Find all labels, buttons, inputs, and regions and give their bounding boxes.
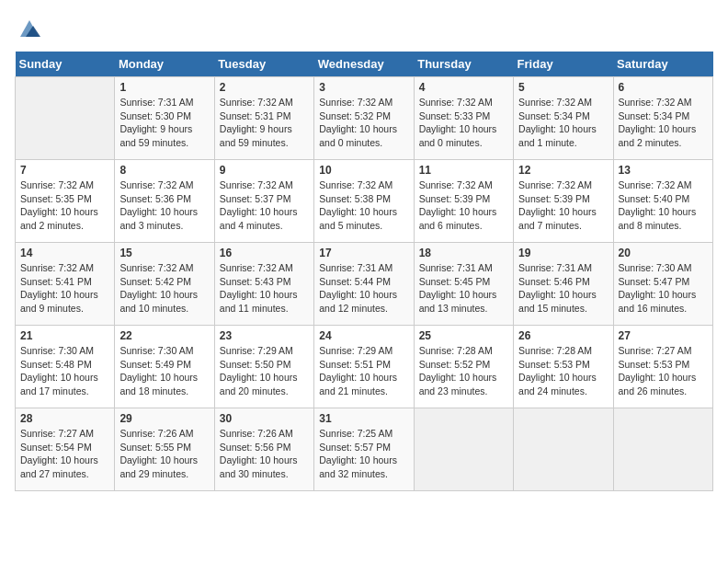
calendar-week-row: 14Sunrise: 7:32 AM Sunset: 5:41 PM Dayli… xyxy=(16,243,713,326)
calendar-cell xyxy=(16,77,115,160)
day-number: 6 xyxy=(619,81,708,94)
calendar-cell: 10Sunrise: 7:32 AM Sunset: 5:38 PM Dayli… xyxy=(314,160,414,243)
day-info: Sunrise: 7:28 AM Sunset: 5:53 PM Dayligh… xyxy=(518,344,608,398)
calendar-cell: 11Sunrise: 7:32 AM Sunset: 5:39 PM Dayli… xyxy=(414,160,513,243)
day-number: 14 xyxy=(20,247,109,259)
day-info: Sunrise: 7:32 AM Sunset: 5:36 PM Dayligh… xyxy=(119,178,209,233)
day-number: 7 xyxy=(20,164,109,177)
day-number: 30 xyxy=(220,412,309,425)
day-info: Sunrise: 7:32 AM Sunset: 5:43 PM Dayligh… xyxy=(220,261,309,316)
day-info: Sunrise: 7:27 AM Sunset: 5:54 PM Dayligh… xyxy=(20,427,109,481)
day-info: Sunrise: 7:32 AM Sunset: 5:42 PM Dayligh… xyxy=(119,261,209,316)
day-number: 2 xyxy=(220,81,309,94)
day-info: Sunrise: 7:29 AM Sunset: 5:51 PM Dayligh… xyxy=(319,344,408,398)
weekday-header: Friday xyxy=(514,52,613,77)
day-info: Sunrise: 7:32 AM Sunset: 5:32 PM Dayligh… xyxy=(319,96,408,150)
day-info: Sunrise: 7:32 AM Sunset: 5:35 PM Dayligh… xyxy=(20,178,109,233)
calendar-cell: 8Sunrise: 7:32 AM Sunset: 5:36 PM Daylig… xyxy=(115,160,214,243)
day-number: 5 xyxy=(518,81,608,94)
day-number: 28 xyxy=(20,412,109,425)
calendar-cell: 27Sunrise: 7:27 AM Sunset: 5:53 PM Dayli… xyxy=(613,326,712,408)
calendar-cell: 30Sunrise: 7:26 AM Sunset: 5:56 PM Dayli… xyxy=(214,408,313,491)
day-info: Sunrise: 7:30 AM Sunset: 5:47 PM Dayligh… xyxy=(619,261,708,316)
weekday-header: Monday xyxy=(115,52,214,77)
day-info: Sunrise: 7:26 AM Sunset: 5:55 PM Dayligh… xyxy=(119,427,209,481)
day-number: 19 xyxy=(518,247,608,259)
day-info: Sunrise: 7:32 AM Sunset: 5:38 PM Dayligh… xyxy=(319,178,408,233)
day-number: 11 xyxy=(419,164,508,177)
weekday-header: Sunday xyxy=(16,52,115,77)
calendar-cell: 16Sunrise: 7:32 AM Sunset: 5:43 PM Dayli… xyxy=(214,243,313,326)
calendar-cell: 19Sunrise: 7:31 AM Sunset: 5:46 PM Dayli… xyxy=(514,243,613,326)
calendar-cell: 23Sunrise: 7:29 AM Sunset: 5:50 PM Dayli… xyxy=(214,326,313,408)
calendar-cell: 31Sunrise: 7:25 AM Sunset: 5:57 PM Dayli… xyxy=(314,408,414,491)
day-number: 15 xyxy=(119,247,209,259)
day-info: Sunrise: 7:31 AM Sunset: 5:44 PM Dayligh… xyxy=(319,261,408,316)
weekday-header: Saturday xyxy=(613,52,712,77)
day-info: Sunrise: 7:32 AM Sunset: 5:34 PM Dayligh… xyxy=(518,96,608,150)
calendar-cell: 28Sunrise: 7:27 AM Sunset: 5:54 PM Dayli… xyxy=(16,408,115,491)
weekday-header: Wednesday xyxy=(314,52,414,77)
calendar-cell: 29Sunrise: 7:26 AM Sunset: 5:55 PM Dayli… xyxy=(115,408,214,491)
day-info: Sunrise: 7:30 AM Sunset: 5:49 PM Dayligh… xyxy=(119,344,209,398)
day-info: Sunrise: 7:30 AM Sunset: 5:48 PM Dayligh… xyxy=(20,344,109,398)
calendar-cell: 6Sunrise: 7:32 AM Sunset: 5:34 PM Daylig… xyxy=(613,77,712,160)
day-number: 12 xyxy=(518,164,608,177)
day-number: 31 xyxy=(319,412,408,425)
day-number: 25 xyxy=(419,329,508,342)
logo-icon xyxy=(17,15,42,40)
day-number: 24 xyxy=(319,329,408,342)
day-info: Sunrise: 7:32 AM Sunset: 5:31 PM Dayligh… xyxy=(220,96,309,150)
calendar-cell: 7Sunrise: 7:32 AM Sunset: 5:35 PM Daylig… xyxy=(16,160,115,243)
day-info: Sunrise: 7:27 AM Sunset: 5:53 PM Dayligh… xyxy=(619,344,708,398)
calendar-week-row: 1Sunrise: 7:31 AM Sunset: 5:30 PM Daylig… xyxy=(16,77,713,160)
day-number: 26 xyxy=(518,329,608,342)
calendar-cell: 14Sunrise: 7:32 AM Sunset: 5:41 PM Dayli… xyxy=(16,243,115,326)
day-number: 8 xyxy=(119,164,209,177)
day-info: Sunrise: 7:32 AM Sunset: 5:37 PM Dayligh… xyxy=(220,178,309,233)
calendar-week-row: 21Sunrise: 7:30 AM Sunset: 5:48 PM Dayli… xyxy=(16,326,713,408)
calendar-cell: 4Sunrise: 7:32 AM Sunset: 5:33 PM Daylig… xyxy=(414,77,513,160)
day-info: Sunrise: 7:25 AM Sunset: 5:57 PM Dayligh… xyxy=(319,427,408,481)
day-info: Sunrise: 7:32 AM Sunset: 5:40 PM Dayligh… xyxy=(619,178,708,233)
calendar-cell: 15Sunrise: 7:32 AM Sunset: 5:42 PM Dayli… xyxy=(115,243,214,326)
calendar-cell: 5Sunrise: 7:32 AM Sunset: 5:34 PM Daylig… xyxy=(514,77,613,160)
day-number: 22 xyxy=(119,329,209,342)
page-header xyxy=(15,15,713,40)
day-info: Sunrise: 7:31 AM Sunset: 5:30 PM Dayligh… xyxy=(119,96,209,150)
weekday-header-row: SundayMondayTuesdayWednesdayThursdayFrid… xyxy=(16,52,713,77)
calendar-week-row: 7Sunrise: 7:32 AM Sunset: 5:35 PM Daylig… xyxy=(16,160,713,243)
day-info: Sunrise: 7:31 AM Sunset: 5:46 PM Dayligh… xyxy=(518,261,608,316)
calendar-cell xyxy=(414,408,513,491)
day-number: 17 xyxy=(319,247,408,259)
calendar-cell xyxy=(613,408,712,491)
day-info: Sunrise: 7:26 AM Sunset: 5:56 PM Dayligh… xyxy=(220,427,309,481)
calendar-week-row: 28Sunrise: 7:27 AM Sunset: 5:54 PM Dayli… xyxy=(16,408,713,491)
calendar-cell: 26Sunrise: 7:28 AM Sunset: 5:53 PM Dayli… xyxy=(514,326,613,408)
day-number: 3 xyxy=(319,81,408,94)
day-number: 10 xyxy=(319,164,408,177)
day-number: 1 xyxy=(119,81,209,94)
day-info: Sunrise: 7:28 AM Sunset: 5:52 PM Dayligh… xyxy=(419,344,508,398)
day-number: 18 xyxy=(419,247,508,259)
weekday-header: Thursday xyxy=(414,52,513,77)
calendar-cell xyxy=(514,408,613,491)
calendar-cell: 13Sunrise: 7:32 AM Sunset: 5:40 PM Dayli… xyxy=(613,160,712,243)
calendar-cell: 24Sunrise: 7:29 AM Sunset: 5:51 PM Dayli… xyxy=(314,326,414,408)
calendar-cell: 2Sunrise: 7:32 AM Sunset: 5:31 PM Daylig… xyxy=(214,77,313,160)
calendar-cell: 20Sunrise: 7:30 AM Sunset: 5:47 PM Dayli… xyxy=(613,243,712,326)
day-number: 23 xyxy=(220,329,309,342)
calendar-cell: 12Sunrise: 7:32 AM Sunset: 5:39 PM Dayli… xyxy=(514,160,613,243)
day-info: Sunrise: 7:31 AM Sunset: 5:45 PM Dayligh… xyxy=(419,261,508,316)
calendar-cell: 18Sunrise: 7:31 AM Sunset: 5:45 PM Dayli… xyxy=(414,243,513,326)
day-info: Sunrise: 7:32 AM Sunset: 5:34 PM Dayligh… xyxy=(619,96,708,150)
day-info: Sunrise: 7:32 AM Sunset: 5:41 PM Dayligh… xyxy=(20,261,109,316)
day-number: 13 xyxy=(619,164,708,177)
day-info: Sunrise: 7:29 AM Sunset: 5:50 PM Dayligh… xyxy=(220,344,309,398)
day-info: Sunrise: 7:32 AM Sunset: 5:39 PM Dayligh… xyxy=(419,178,508,233)
calendar-cell: 1Sunrise: 7:31 AM Sunset: 5:30 PM Daylig… xyxy=(115,77,214,160)
day-number: 21 xyxy=(20,329,109,342)
day-number: 20 xyxy=(619,247,708,259)
day-number: 4 xyxy=(419,81,508,94)
day-info: Sunrise: 7:32 AM Sunset: 5:33 PM Dayligh… xyxy=(419,96,508,150)
